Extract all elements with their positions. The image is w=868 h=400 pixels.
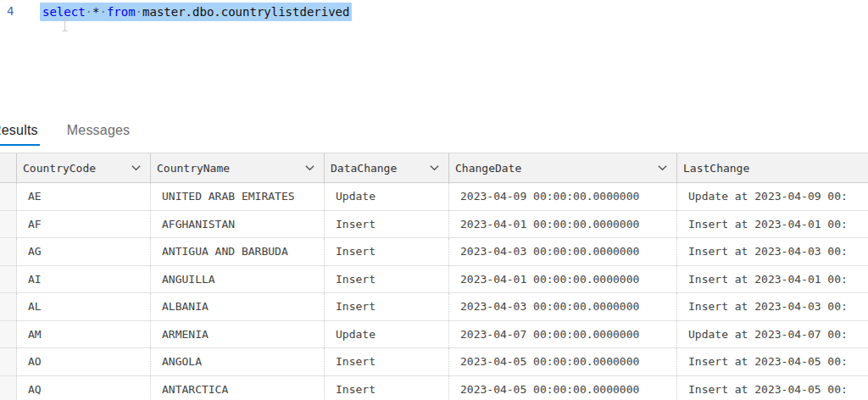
query-token-keyword: from bbox=[107, 5, 136, 19]
row-selector[interactable] bbox=[0, 321, 17, 348]
grid-cell[interactable]: Update at 2023-04-07 00: bbox=[677, 321, 868, 348]
query-token-whitespace: · bbox=[136, 5, 142, 19]
query-token-whitespace: · bbox=[86, 5, 92, 19]
chevron-down-icon[interactable] bbox=[428, 162, 441, 175]
grid-cell[interactable]: Insert bbox=[325, 211, 449, 238]
grid-cell[interactable]: 2023-04-07 00:00:00.0000000 bbox=[449, 321, 677, 348]
table-row: AQANTARCTICAInsert2023-04-05 00:00:00.00… bbox=[0, 376, 868, 400]
grid-cell[interactable]: AE bbox=[17, 183, 151, 210]
grid-cell[interactable]: AG bbox=[17, 238, 151, 265]
grid-cell[interactable]: ALBANIA bbox=[151, 293, 325, 320]
grid-body: AEUNITED ARAB EMIRATESUpdate2023-04-09 0… bbox=[0, 183, 868, 400]
results-tab-bar: ResultsMessages bbox=[0, 121, 131, 146]
grid-cell[interactable]: Insert at 2023-04-03 00: bbox=[677, 293, 868, 320]
query-token-plain: master.dbo.countrylistderived bbox=[142, 5, 349, 19]
grid-cell[interactable]: 2023-04-03 00:00:00.0000000 bbox=[449, 293, 677, 320]
grid-cell[interactable]: UNITED ARAB EMIRATES bbox=[151, 183, 325, 210]
table-row: AMARMENIAUpdate2023-04-07 00:00:00.00000… bbox=[0, 321, 868, 349]
table-row: AFAFGHANISTANInsert2023-04-01 00:00:00.0… bbox=[0, 211, 868, 239]
grid-cell[interactable]: Insert at 2023-04-05 00: bbox=[677, 376, 868, 400]
header-gutter-cell bbox=[0, 153, 17, 182]
column-header-lastchange[interactable]: LastChange bbox=[677, 153, 868, 182]
chevron-down-icon[interactable] bbox=[656, 162, 669, 175]
column-header-label: ChangeDate bbox=[455, 162, 521, 175]
grid-cell[interactable]: Insert bbox=[325, 266, 449, 293]
column-header-label: LastChange bbox=[683, 162, 749, 175]
chevron-down-icon[interactable] bbox=[130, 162, 142, 175]
table-row: AEUNITED ARAB EMIRATESUpdate2023-04-09 0… bbox=[0, 183, 868, 211]
grid-cell[interactable]: 2023-04-09 00:00:00.0000000 bbox=[449, 183, 677, 210]
grid-cell[interactable]: 2023-04-03 00:00:00.0000000 bbox=[449, 238, 677, 265]
grid-cell[interactable]: ANTARCTICA bbox=[151, 376, 325, 400]
grid-header-row: CountryCodeCountryNameDataChangeChangeDa… bbox=[0, 153, 868, 183]
grid-cell[interactable]: Update at 2023-04-09 00: bbox=[677, 183, 868, 210]
grid-cell[interactable]: Insert at 2023-04-01 00: bbox=[677, 211, 868, 238]
column-header-countrycode[interactable]: CountryCode bbox=[17, 153, 151, 182]
column-header-label: CountryCode bbox=[23, 162, 96, 175]
table-row: AOANGOLAInsert2023-04-05 00:00:00.000000… bbox=[0, 348, 868, 376]
column-header-countryname[interactable]: CountryName bbox=[151, 153, 325, 182]
grid-cell[interactable]: Insert at 2023-04-03 00: bbox=[677, 238, 868, 265]
sql-editor[interactable]: 4 select·*·from·master.dbo.countrylistde… bbox=[0, 0, 868, 119]
row-selector[interactable] bbox=[0, 376, 17, 400]
grid-cell[interactable]: Insert bbox=[325, 376, 449, 400]
grid-cell[interactable]: AQ bbox=[17, 376, 151, 400]
grid-cell[interactable]: AFGHANISTAN bbox=[151, 211, 325, 238]
grid-cell[interactable]: Update bbox=[325, 321, 449, 348]
grid-cell[interactable]: Insert bbox=[325, 238, 449, 265]
grid-cell[interactable]: 2023-04-01 00:00:00.0000000 bbox=[449, 211, 677, 238]
grid-cell[interactable]: 2023-04-05 00:00:00.0000000 bbox=[449, 376, 677, 400]
grid-cell[interactable]: AM bbox=[17, 321, 151, 348]
query-text[interactable]: select·*·from·master.dbo.countrylistderi… bbox=[40, 3, 352, 21]
row-selector[interactable] bbox=[0, 266, 17, 293]
grid-cell[interactable]: Insert at 2023-04-05 00: bbox=[677, 348, 868, 375]
ibeam-cursor bbox=[60, 18, 70, 36]
row-selector[interactable] bbox=[0, 183, 17, 210]
grid-cell[interactable]: 2023-04-01 00:00:00.0000000 bbox=[449, 266, 677, 293]
column-header-label: CountryName bbox=[157, 162, 230, 175]
chevron-down-icon[interactable] bbox=[303, 162, 316, 175]
grid-cell[interactable]: Update bbox=[325, 183, 449, 210]
grid-cell[interactable]: ANGOLA bbox=[151, 348, 325, 375]
query-token-whitespace: · bbox=[99, 5, 106, 19]
grid-cell[interactable]: AO bbox=[17, 348, 151, 375]
grid-cell[interactable]: ANGUILLA bbox=[151, 266, 325, 293]
column-header-changedate[interactable]: ChangeDate bbox=[449, 153, 677, 182]
row-selector[interactable] bbox=[0, 293, 17, 320]
column-header-datachange[interactable]: DataChange bbox=[325, 153, 449, 182]
grid-cell[interactable]: ANTIGUA AND BARBUDA bbox=[151, 238, 325, 265]
line-number: 4 bbox=[7, 4, 14, 18]
query-token-keyword: select bbox=[42, 5, 86, 19]
query-results-screen: 4 select·*·from·master.dbo.countrylistde… bbox=[0, 0, 868, 400]
column-header-label: DataChange bbox=[331, 162, 397, 175]
results-grid: CountryCodeCountryNameDataChangeChangeDa… bbox=[0, 153, 868, 400]
table-row: AIANGUILLAInsert2023-04-01 00:00:00.0000… bbox=[0, 266, 868, 294]
row-selector[interactable] bbox=[0, 348, 17, 375]
grid-cell[interactable]: Insert bbox=[325, 348, 449, 375]
row-selector[interactable] bbox=[0, 238, 17, 265]
grid-cell[interactable]: AL bbox=[17, 293, 151, 320]
grid-cell[interactable]: ARMENIA bbox=[151, 321, 325, 348]
grid-cell[interactable]: AI bbox=[17, 266, 151, 293]
tab-results[interactable]: Results bbox=[0, 121, 40, 146]
row-selector[interactable] bbox=[0, 211, 17, 238]
grid-cell[interactable]: 2023-04-05 00:00:00.0000000 bbox=[449, 348, 677, 375]
grid-cell[interactable]: Insert bbox=[325, 293, 449, 320]
grid-cell[interactable]: AF bbox=[17, 211, 151, 238]
grid-cell[interactable]: Insert at 2023-04-01 00: bbox=[677, 266, 868, 293]
tab-messages[interactable]: Messages bbox=[65, 121, 132, 146]
table-row: ALALBANIAInsert2023-04-03 00:00:00.00000… bbox=[0, 293, 868, 321]
table-row: AGANTIGUA AND BARBUDAInsert2023-04-03 00… bbox=[0, 238, 868, 266]
